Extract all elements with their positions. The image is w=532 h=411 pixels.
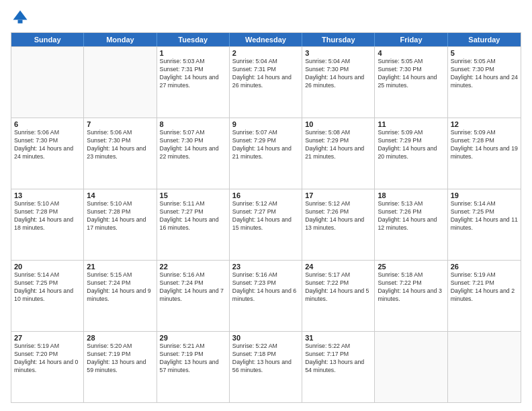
page: SundayMondayTuesdayWednesdayThursdayFrid…	[0, 0, 532, 411]
calendar-body: 1Sunrise: 5:03 AM Sunset: 7:31 PM Daylig…	[11, 46, 521, 402]
calendar-row: 20Sunrise: 5:14 AM Sunset: 7:25 PM Dayli…	[11, 260, 521, 331]
cell-detail: Sunrise: 5:19 AM Sunset: 7:21 PM Dayligh…	[451, 271, 518, 304]
calendar-cell: 6Sunrise: 5:06 AM Sunset: 7:30 PM Daylig…	[11, 118, 84, 189]
day-number: 15	[160, 191, 226, 199]
cell-detail: Sunrise: 5:12 AM Sunset: 7:26 PM Dayligh…	[305, 200, 371, 232]
cell-detail: Sunrise: 5:06 AM Sunset: 7:30 PM Dayligh…	[14, 129, 81, 161]
cell-detail: Sunrise: 5:18 AM Sunset: 7:22 PM Dayligh…	[378, 271, 444, 304]
calendar-cell: 21Sunrise: 5:15 AM Sunset: 7:24 PM Dayli…	[84, 261, 157, 331]
cell-detail: Sunrise: 5:14 AM Sunset: 7:25 PM Dayligh…	[14, 271, 81, 304]
cell-detail: Sunrise: 5:10 AM Sunset: 7:28 PM Dayligh…	[87, 200, 153, 232]
day-number: 29	[160, 334, 226, 342]
calendar-cell	[84, 47, 157, 118]
calendar-cell: 10Sunrise: 5:08 AM Sunset: 7:29 PM Dayli…	[302, 118, 375, 189]
calendar-cell: 11Sunrise: 5:09 AM Sunset: 7:29 PM Dayli…	[375, 118, 447, 189]
cell-detail: Sunrise: 5:21 AM Sunset: 7:19 PM Dayligh…	[160, 342, 226, 375]
weekday-header: Thursday	[302, 33, 375, 46]
day-number: 4	[378, 49, 444, 57]
cell-detail: Sunrise: 5:15 AM Sunset: 7:24 PM Dayligh…	[87, 271, 153, 304]
day-number: 12	[451, 120, 518, 128]
calendar-cell: 29Sunrise: 5:21 AM Sunset: 7:19 PM Dayli…	[157, 332, 230, 402]
cell-detail: Sunrise: 5:16 AM Sunset: 7:24 PM Dayligh…	[160, 271, 226, 304]
calendar-row: 1Sunrise: 5:03 AM Sunset: 7:31 PM Daylig…	[11, 46, 521, 118]
calendar-cell: 15Sunrise: 5:11 AM Sunset: 7:27 PM Dayli…	[157, 189, 230, 260]
day-number: 21	[87, 263, 153, 271]
day-number: 6	[14, 120, 81, 128]
day-number: 8	[160, 120, 226, 128]
calendar: SundayMondayTuesdayWednesdayThursdayFrid…	[11, 32, 521, 403]
day-number: 16	[232, 191, 299, 199]
calendar-cell: 4Sunrise: 5:05 AM Sunset: 7:30 PM Daylig…	[375, 47, 447, 118]
day-number: 30	[232, 334, 299, 342]
day-number: 24	[305, 263, 371, 271]
calendar-cell: 16Sunrise: 5:12 AM Sunset: 7:27 PM Dayli…	[230, 189, 302, 260]
cell-detail: Sunrise: 5:11 AM Sunset: 7:27 PM Dayligh…	[160, 200, 226, 232]
calendar-cell: 2Sunrise: 5:04 AM Sunset: 7:31 PM Daylig…	[230, 47, 302, 118]
calendar-cell: 17Sunrise: 5:12 AM Sunset: 7:26 PM Dayli…	[302, 189, 375, 260]
day-number: 1	[160, 49, 226, 57]
day-number: 31	[305, 334, 371, 342]
day-number: 19	[451, 191, 518, 199]
calendar-cell: 3Sunrise: 5:04 AM Sunset: 7:30 PM Daylig…	[302, 47, 375, 118]
day-number: 9	[232, 120, 299, 128]
calendar-cell: 13Sunrise: 5:10 AM Sunset: 7:28 PM Dayli…	[11, 189, 84, 260]
calendar-cell	[375, 332, 447, 402]
calendar-cell: 22Sunrise: 5:16 AM Sunset: 7:24 PM Dayli…	[157, 261, 230, 331]
calendar-cell: 9Sunrise: 5:07 AM Sunset: 7:29 PM Daylig…	[230, 118, 302, 189]
calendar-cell: 27Sunrise: 5:19 AM Sunset: 7:20 PM Dayli…	[11, 332, 84, 402]
cell-detail: Sunrise: 5:07 AM Sunset: 7:29 PM Dayligh…	[232, 129, 299, 161]
cell-detail: Sunrise: 5:04 AM Sunset: 7:31 PM Dayligh…	[232, 58, 299, 90]
cell-detail: Sunrise: 5:16 AM Sunset: 7:23 PM Dayligh…	[232, 271, 299, 304]
cell-detail: Sunrise: 5:14 AM Sunset: 7:25 PM Dayligh…	[451, 200, 518, 232]
cell-detail: Sunrise: 5:05 AM Sunset: 7:30 PM Dayligh…	[378, 58, 444, 90]
calendar-cell: 8Sunrise: 5:07 AM Sunset: 7:30 PM Daylig…	[157, 118, 230, 189]
cell-detail: Sunrise: 5:13 AM Sunset: 7:26 PM Dayligh…	[378, 200, 444, 232]
weekday-header: Sunday	[11, 33, 84, 46]
calendar-cell	[11, 47, 84, 118]
calendar-cell: 24Sunrise: 5:17 AM Sunset: 7:22 PM Dayli…	[302, 261, 375, 331]
day-number: 17	[305, 191, 371, 199]
calendar-cell	[448, 332, 521, 402]
day-number: 13	[14, 191, 81, 199]
cell-detail: Sunrise: 5:06 AM Sunset: 7:30 PM Dayligh…	[87, 129, 153, 161]
day-number: 26	[451, 263, 518, 271]
cell-detail: Sunrise: 5:09 AM Sunset: 7:29 PM Dayligh…	[378, 129, 444, 161]
weekday-header: Monday	[84, 33, 157, 46]
cell-detail: Sunrise: 5:08 AM Sunset: 7:29 PM Dayligh…	[305, 129, 371, 161]
svg-rect-1	[18, 20, 23, 24]
weekday-header: Saturday	[448, 33, 521, 46]
calendar-cell: 7Sunrise: 5:06 AM Sunset: 7:30 PM Daylig…	[84, 118, 157, 189]
calendar-cell: 25Sunrise: 5:18 AM Sunset: 7:22 PM Dayli…	[375, 261, 447, 331]
cell-detail: Sunrise: 5:03 AM Sunset: 7:31 PM Dayligh…	[160, 58, 226, 90]
calendar-cell: 31Sunrise: 5:22 AM Sunset: 7:17 PM Dayli…	[302, 332, 375, 402]
cell-detail: Sunrise: 5:19 AM Sunset: 7:20 PM Dayligh…	[14, 342, 81, 375]
cell-detail: Sunrise: 5:17 AM Sunset: 7:22 PM Dayligh…	[305, 271, 371, 304]
day-number: 22	[160, 263, 226, 271]
cell-detail: Sunrise: 5:05 AM Sunset: 7:30 PM Dayligh…	[451, 58, 518, 90]
calendar-cell: 1Sunrise: 5:03 AM Sunset: 7:31 PM Daylig…	[157, 47, 230, 118]
day-number: 28	[87, 334, 153, 342]
calendar-cell: 18Sunrise: 5:13 AM Sunset: 7:26 PM Dayli…	[375, 189, 447, 260]
cell-detail: Sunrise: 5:22 AM Sunset: 7:18 PM Dayligh…	[232, 342, 299, 375]
logo-icon	[11, 8, 30, 27]
calendar-row: 27Sunrise: 5:19 AM Sunset: 7:20 PM Dayli…	[11, 331, 521, 402]
day-number: 18	[378, 191, 444, 199]
day-number: 23	[232, 263, 299, 271]
day-number: 11	[378, 120, 444, 128]
day-number: 7	[87, 120, 153, 128]
day-number: 5	[451, 49, 518, 57]
calendar-cell: 20Sunrise: 5:14 AM Sunset: 7:25 PM Dayli…	[11, 261, 84, 331]
day-number: 25	[378, 263, 444, 271]
svg-marker-0	[13, 11, 28, 20]
calendar-row: 13Sunrise: 5:10 AM Sunset: 7:28 PM Dayli…	[11, 189, 521, 260]
cell-detail: Sunrise: 5:10 AM Sunset: 7:28 PM Dayligh…	[14, 200, 81, 232]
cell-detail: Sunrise: 5:20 AM Sunset: 7:19 PM Dayligh…	[87, 342, 153, 375]
calendar-cell: 5Sunrise: 5:05 AM Sunset: 7:30 PM Daylig…	[448, 47, 521, 118]
calendar-header: SundayMondayTuesdayWednesdayThursdayFrid…	[11, 33, 521, 46]
weekday-header: Tuesday	[157, 33, 230, 46]
calendar-cell: 12Sunrise: 5:09 AM Sunset: 7:28 PM Dayli…	[448, 118, 521, 189]
logo	[11, 8, 32, 27]
calendar-cell: 14Sunrise: 5:10 AM Sunset: 7:28 PM Dayli…	[84, 189, 157, 260]
cell-detail: Sunrise: 5:22 AM Sunset: 7:17 PM Dayligh…	[305, 342, 371, 375]
calendar-row: 6Sunrise: 5:06 AM Sunset: 7:30 PM Daylig…	[11, 118, 521, 189]
